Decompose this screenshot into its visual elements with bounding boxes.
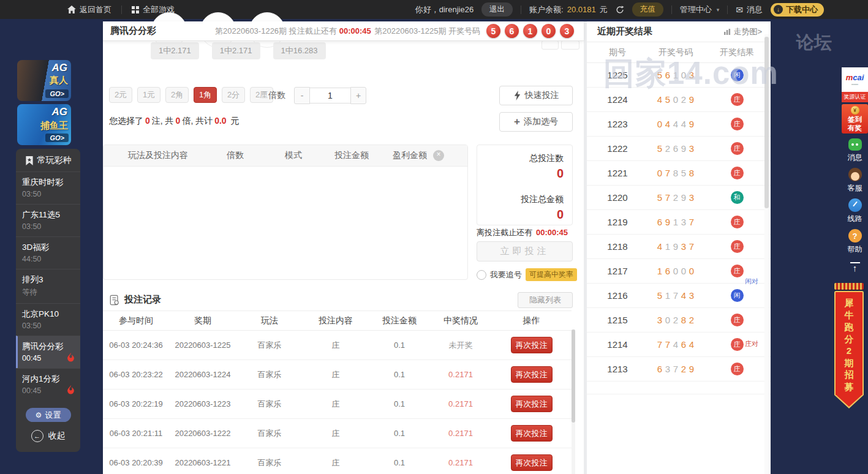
records-action: 再次投注: [491, 454, 572, 471]
result-digit: 0: [688, 266, 696, 276]
sidebar-item-北京PK10[interactable]: 北京PK1003:50: [16, 303, 80, 336]
result-digit: 8: [672, 168, 680, 178]
banner-char: 牛: [836, 309, 862, 322]
result-digit: 6: [680, 339, 688, 350]
result-badge: 庄: [731, 363, 744, 375]
result-row: 121651743闲: [587, 284, 771, 308]
banner-char: 犀: [836, 297, 862, 309]
home-link[interactable]: 返回首页: [67, 4, 111, 15]
ag-live-banner[interactable]: AG 真人 GO>: [17, 60, 71, 101]
result-outcome-cell: 庄: [703, 93, 771, 106]
download-center-button[interactable]: ↓ 下载中心: [771, 3, 824, 17]
grid-icon: [132, 6, 139, 13]
logout-button[interactable]: 退出: [481, 2, 513, 17]
odds-chip[interactable]: 1中2.171: [151, 42, 199, 59]
result-digits: 07858: [648, 168, 703, 178]
bet-slip-body: [104, 167, 467, 279]
sidebar-item-腾讯分分彩[interactable]: 腾讯分分彩00:45: [16, 336, 80, 368]
float-item-message[interactable]: 消息: [848, 138, 862, 163]
rebet-button[interactable]: 再次投注: [511, 425, 553, 442]
trend-chart-link[interactable]: 走势图>: [723, 26, 762, 37]
amount-chip-1角[interactable]: 1角: [194, 87, 217, 103]
result-digit: 1: [656, 266, 664, 276]
quick-bet-button[interactable]: 快速投注: [499, 86, 573, 105]
sidebar-item-重庆时时彩[interactable]: 重庆时时彩03:50: [16, 171, 80, 204]
sidebar-item-3D福彩[interactable]: 3D福彩44:50: [16, 236, 80, 269]
result-digit: 7: [664, 339, 672, 350]
result-digit: 2: [680, 94, 688, 105]
result-digit: 6: [664, 266, 672, 276]
sidebar-item-河内1分彩[interactable]: 河内1分彩00:45: [16, 368, 80, 401]
records-icon: [109, 295, 120, 306]
recharge-button[interactable]: 充值: [632, 2, 663, 17]
chase-label: 我要追号: [490, 269, 522, 280]
certification-widget[interactable]: mcai━━━ 奖源认证: [842, 67, 868, 102]
submit-bet-button[interactable]: 立即投注: [477, 241, 573, 261]
cutoff-button[interactable]: [561, 40, 579, 50]
amount-chip-1元[interactable]: 1元: [137, 87, 160, 103]
cutoff-button[interactable]: [542, 40, 559, 50]
admin-center-menu[interactable]: 管理中心 ▾: [680, 4, 720, 15]
multiplier-minus-button[interactable]: -: [294, 87, 310, 104]
result-digit: 5: [656, 192, 664, 203]
lottery-countdown: 等待: [22, 287, 74, 298]
amount-chip-2元[interactable]: 2元: [109, 87, 132, 103]
records-table-body: 06-03 20:24:3620220603-1225百家乐庄0.1未开奖再次投…: [103, 331, 572, 474]
result-digits: 56103: [648, 70, 703, 80]
chase-radio[interactable]: [477, 270, 486, 280]
multiplier-plus-button[interactable]: +: [350, 87, 366, 104]
back-to-top-button[interactable]: ↑: [850, 262, 860, 273]
sidebar-item-广东11选5[interactable]: 广东11选503:50: [16, 204, 80, 236]
odds-chip[interactable]: 1中16.283: [273, 42, 326, 59]
hide-list-button[interactable]: 隐藏列表: [518, 292, 573, 308]
table-row: 06-03 20:21:1120220603-1222百家乐庄0.10.2171…: [103, 419, 572, 448]
envelope-icon: ✉: [736, 5, 743, 15]
rebet-button[interactable]: 再次投注: [511, 366, 553, 383]
result-digits: 52693: [648, 143, 703, 154]
records-result: 未开奖: [430, 340, 491, 351]
multiplier-label: 倍数: [268, 90, 285, 101]
result-digits: 57293: [648, 192, 703, 203]
sign-in-reward-button[interactable]: ¥ 签到 有奖: [842, 104, 868, 134]
rebet-button[interactable]: 再次投注: [511, 454, 553, 471]
ag-fishing-banner[interactable]: AG 捕鱼王 GO>: [17, 104, 71, 145]
result-outcome-cell: 庄庄对: [703, 338, 771, 351]
results-scrollbar-thumb[interactable]: [764, 37, 769, 208]
result-digit: 3: [680, 217, 688, 227]
result-issue: 1218: [587, 241, 648, 252]
amount-chip-2分[interactable]: 2分: [222, 87, 245, 103]
messages-link[interactable]: ✉ 消息: [736, 4, 763, 15]
amount-chip-row: 2元1元2角1角2分2厘: [109, 87, 273, 103]
float-item-line[interactable]: 线路: [848, 198, 862, 224]
sidebar-item-排列3[interactable]: 排列3等待: [16, 269, 80, 303]
records-scrollbar-thumb[interactable]: [572, 329, 575, 423]
float-item-help[interactable]: ?帮助: [848, 229, 862, 255]
result-row: 122107858庄: [587, 161, 771, 186]
clear-slip-icon[interactable]: ×: [433, 150, 444, 161]
result-digit: 0: [680, 266, 688, 276]
settings-button[interactable]: ⚙ 设置: [26, 408, 71, 422]
lottery-name: 3D福彩: [22, 242, 74, 253]
rebet-button[interactable]: 再次投注: [511, 396, 553, 412]
result-issue: 1225: [587, 70, 648, 80]
odds-chip[interactable]: 1中2.171: [212, 42, 260, 59]
promo-scroll-banner[interactable]: 犀牛跑分2期招募: [834, 283, 864, 408]
result-digit: 0: [680, 70, 688, 80]
result-issue: 1217: [587, 266, 648, 276]
banner-char: 期: [836, 357, 862, 369]
records-cell: 06-03 20:21:11: [103, 429, 169, 438]
amount-chip-2角[interactable]: 2角: [165, 87, 189, 103]
rebet-button[interactable]: 再次投注: [511, 337, 553, 353]
result-digit: 5: [656, 70, 664, 80]
records-table: 参与时间奖期玩法投注内容投注金额中奖情况操作 06-03 20:24:36202…: [103, 310, 572, 474]
multiplier-input[interactable]: 1: [310, 88, 350, 103]
collapse-sidebar-button[interactable]: ← 收起: [16, 430, 80, 442]
float-item-service[interactable]: 客服: [848, 168, 862, 194]
result-digit: 5: [664, 94, 672, 105]
arrow-up-icon: ↑: [850, 263, 860, 273]
refresh-balance-icon[interactable]: [616, 6, 624, 14]
result-digit: 9: [680, 192, 688, 203]
table-row: 06-03 20:23:2220220603-1224百家乐庄0.10.2171…: [103, 360, 572, 389]
result-digit: 4: [672, 119, 680, 129]
add-numbers-button[interactable]: + 添加选号: [499, 112, 573, 132]
